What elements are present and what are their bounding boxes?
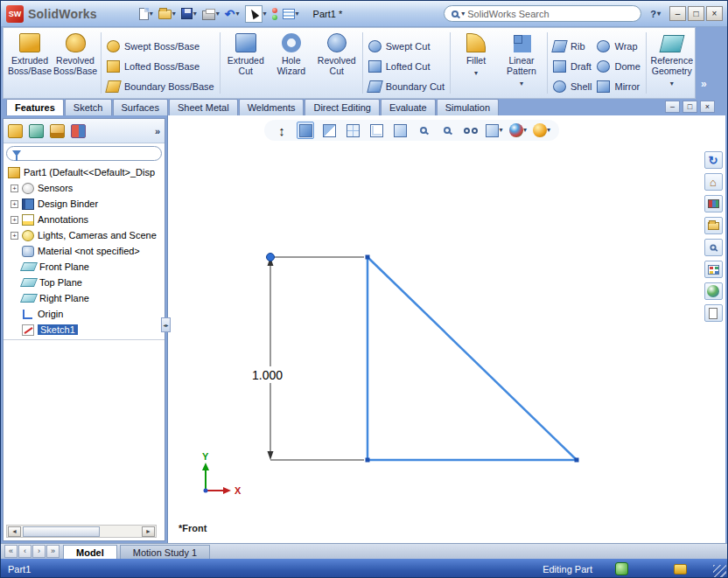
dropdown-caret-icon[interactable]: ▾ <box>670 80 674 87</box>
dropdown-caret-icon[interactable]: ▾ <box>236 10 240 17</box>
save-button[interactable]: ▾ <box>181 8 197 19</box>
dropdown-caret-icon[interactable]: ▾ <box>296 10 299 17</box>
select-button[interactable]: ▾ <box>245 5 267 23</box>
undo-button[interactable]: ↶ ▾ <box>225 8 240 20</box>
swept-cut-button[interactable]: Swept Cut <box>368 38 444 54</box>
panel-chevron[interactable]: » <box>155 126 160 136</box>
search-input[interactable] <box>467 9 634 19</box>
tab-surfaces[interactable]: Surfaces <box>113 99 168 115</box>
tree-item-front-plane[interactable]: Front Plane <box>4 259 164 275</box>
dropdown-caret-icon[interactable]: ▾ <box>520 80 523 87</box>
tab-model[interactable]: Model <box>63 545 117 559</box>
dropdown-caret-icon[interactable]: ▾ <box>216 10 220 17</box>
panel-horizontal-scrollbar[interactable]: ◄ ► <box>6 525 157 538</box>
draft-button[interactable]: Draft <box>553 58 592 74</box>
reference-geometry-button[interactable]: Reference Geometry ▾ <box>649 28 695 98</box>
extruded-cut-button[interactable]: Extruded Cut <box>223 28 269 98</box>
edit-appearance-icon[interactable]: ▾ <box>509 122 527 139</box>
swept-boss-base-button[interactable]: Swept Boss/Base <box>107 38 214 54</box>
refresh-icon[interactable]: ↻ <box>704 151 723 169</box>
tree-item-sensors[interactable]: + Sensors <box>4 180 164 196</box>
dropdown-caret-icon[interactable]: ▾ <box>474 69 478 77</box>
view-palette-icon[interactable] <box>704 261 723 278</box>
design-library-icon[interactable] <box>704 195 723 212</box>
tab-motion-study[interactable]: Motion Study 1 <box>120 545 210 559</box>
tab-simulation[interactable]: Simulation <box>437 99 499 115</box>
doc-close-button[interactable]: × <box>700 101 715 113</box>
resize-grip[interactable] <box>713 565 726 578</box>
tree-item-sketch1[interactable]: Sketch1 <box>4 322 164 338</box>
dropdown-caret-icon[interactable]: ▾ <box>547 127 550 134</box>
maximize-button[interactable]: □ <box>688 6 704 21</box>
dropdown-caret-icon[interactable]: ▾ <box>523 127 527 134</box>
tab-weldments[interactable]: Weldments <box>239 99 304 115</box>
tree-item-lights-cameras[interactable]: + Lights, Cameras and Scene <box>4 227 164 243</box>
zoom-fit-icon[interactable] <box>415 122 432 139</box>
search-pane-icon[interactable] <box>704 239 723 256</box>
fillet-button[interactable]: Fillet ▾ <box>453 28 499 98</box>
minimize-button[interactable]: – <box>669 6 686 21</box>
scroll-right-arrow-icon[interactable]: ► <box>142 526 155 537</box>
lofted-cut-button[interactable]: Lofted Cut <box>368 58 444 74</box>
tab-direct-editing[interactable]: Direct Editing <box>304 99 379 115</box>
wireframe-cube-icon[interactable] <box>368 122 385 139</box>
lofted-boss-base-button[interactable]: Lofted Boss/Base <box>107 58 214 74</box>
dimension-text[interactable]: 1.000 <box>252 368 283 382</box>
tab-nav-prev-button[interactable]: ‹ <box>18 545 32 558</box>
sketch-vertex-point[interactable] <box>366 255 370 260</box>
dropdown-caret-icon[interactable]: ▾ <box>150 10 153 17</box>
revolved-boss-base-button[interactable]: Revolved Boss/Base <box>52 28 98 98</box>
sketch-vertex-point[interactable] <box>366 458 370 463</box>
previous-view-icon[interactable] <box>297 122 314 139</box>
expand-plus-icon[interactable]: + <box>10 200 18 208</box>
tree-item-design-binder[interactable]: + Design Binder <box>4 196 164 212</box>
panel-splitter-handle[interactable]: ◂▸ <box>161 317 171 332</box>
tab-evaluate[interactable]: Evaluate <box>381 99 436 115</box>
display-style-icon[interactable]: ▾ <box>486 122 503 139</box>
tab-features[interactable]: Features <box>6 99 64 115</box>
tab-nav-last-button[interactable]: » <box>46 545 60 558</box>
appearances-scenes-icon[interactable] <box>704 282 723 300</box>
doc-minimize-button[interactable]: – <box>665 101 680 113</box>
sketch-canvas[interactable]: 1.000 Y X <box>168 115 726 543</box>
scrollbar-thumb[interactable] <box>23 526 100 537</box>
graphics-area[interactable]: 1.000 Y X ↕ ▾ ▾ ▾ *Front <box>167 115 725 543</box>
linear-pattern-button[interactable]: Linear Pattern ▾ <box>499 28 544 98</box>
home-resources-icon[interactable]: ⌂ <box>704 173 723 191</box>
tree-item-part-root[interactable]: Part1 (Default<<Default>_Disp <box>4 164 164 180</box>
tab-sheet-metal[interactable]: Sheet Metal <box>169 99 238 115</box>
dimension-handle-point[interactable] <box>267 254 275 261</box>
tab-nav-first-button[interactable]: « <box>4 545 18 558</box>
ribbon-overflow-chevron[interactable]: » <box>701 78 707 90</box>
boundary-boss-base-button[interactable]: Boundary Boss/Base <box>107 78 214 94</box>
boundary-cut-button[interactable]: Boundary Cut <box>368 78 444 94</box>
doc-restore-button[interactable]: □ <box>682 101 697 113</box>
mirror-button[interactable]: Mirror <box>597 78 640 94</box>
shaded-cube-icon[interactable] <box>391 122 409 139</box>
dropdown-caret-icon[interactable]: ▾ <box>193 10 197 17</box>
status-tag-icon[interactable] <box>674 564 687 575</box>
shell-button[interactable]: Shell <box>553 78 592 94</box>
hole-wizard-button[interactable]: Hole Wizard <box>269 28 314 98</box>
dropdown-caret-icon[interactable]: ▾ <box>657 10 661 17</box>
tab-nav-next-button[interactable]: › <box>32 545 46 558</box>
tree-item-material[interactable]: Material <not specified> <box>4 243 164 259</box>
dropdown-caret-icon[interactable]: ▾ <box>499 127 502 134</box>
hide-show-items-icon[interactable] <box>462 122 480 139</box>
custom-properties-icon[interactable] <box>704 304 723 322</box>
dome-button[interactable]: Dome <box>597 58 640 74</box>
scroll-left-arrow-icon[interactable]: ◄ <box>8 526 21 537</box>
dropdown-caret-icon[interactable]: ▾ <box>172 10 176 17</box>
tree-item-right-plane[interactable]: Right Plane <box>4 290 164 306</box>
expand-plus-icon[interactable]: + <box>10 185 18 192</box>
wrap-button[interactable]: Wrap <box>597 38 640 54</box>
filter-input[interactable] <box>25 149 156 158</box>
help-button[interactable]: ? ▾ <box>650 9 661 19</box>
view-orientation-cube-icon[interactable] <box>344 122 361 139</box>
print-button[interactable]: ▾ <box>202 8 220 20</box>
sketch-vertex-point[interactable] <box>575 458 579 463</box>
new-document-button[interactable]: ▾ <box>139 8 153 20</box>
tree-item-top-plane[interactable]: Top Plane <box>4 275 164 290</box>
tree-item-annotations[interactable]: + Annotations <box>4 212 164 227</box>
tab-sketch[interactable]: Sketch <box>65 99 112 115</box>
